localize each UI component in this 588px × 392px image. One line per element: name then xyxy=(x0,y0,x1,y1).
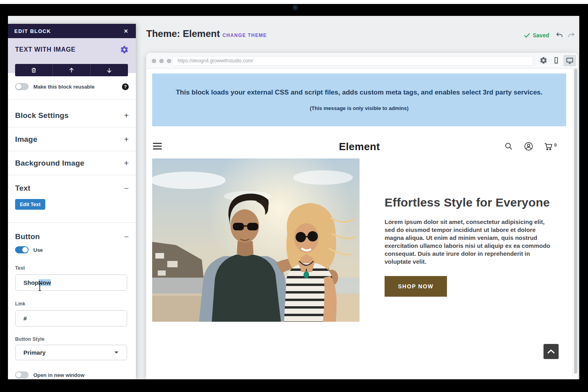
section-button[interactable]: Button − xyxy=(8,228,136,245)
ibeam-cursor xyxy=(37,283,42,292)
plus-icon: + xyxy=(124,111,129,120)
window-dots xyxy=(152,59,171,63)
admin-notice-banner: This block loads your external CSS and s… xyxy=(152,73,566,126)
section-label: Block Settings xyxy=(15,111,69,120)
button-text-value: Shop xyxy=(23,279,39,286)
desktop-icon xyxy=(566,57,574,65)
button-link-input[interactable] xyxy=(15,310,127,326)
site-header: Element 0 xyxy=(146,135,573,158)
minus-icon: − xyxy=(124,184,129,193)
desktop-view-button[interactable] xyxy=(563,55,576,66)
video-frame-top-strip xyxy=(0,0,588,4)
url-bar[interactable]: https://design4.growwithstudio.com/ xyxy=(172,56,533,66)
divider xyxy=(8,222,136,223)
delete-block-button[interactable] xyxy=(15,64,52,76)
reusable-toggle[interactable] xyxy=(15,83,29,90)
divider xyxy=(8,99,136,100)
saved-indicator: Saved xyxy=(524,32,549,39)
block-type-label: TEXT WITH IMAGE xyxy=(15,46,75,53)
undo-icon[interactable] xyxy=(555,31,563,39)
section-block-settings[interactable]: Block Settings + xyxy=(8,104,136,127)
section-label: Background Image xyxy=(15,159,84,168)
button-style-label: Button Style xyxy=(15,336,44,342)
hero-paragraph: Lorem ipsum dolor sit amet, consectetur … xyxy=(385,218,551,266)
section-text[interactable]: Text − xyxy=(8,180,136,197)
edit-block-panel: EDIT BLOCK ✕ TEXT WITH IMAGE Make this b… xyxy=(8,24,136,379)
open-new-window-toggle[interactable] xyxy=(15,371,29,378)
gear-icon[interactable] xyxy=(120,45,129,54)
hero-heading: Effortless Style for Everyone xyxy=(385,196,551,209)
arrow-down-icon xyxy=(106,67,112,73)
divider xyxy=(8,151,136,151)
use-button-row: Use xyxy=(15,246,43,253)
saved-label: Saved xyxy=(533,32,549,39)
scroll-to-top-button[interactable] xyxy=(544,344,559,359)
admin-notice-line2: (This message is only visible to admins) xyxy=(152,105,566,111)
change-theme-link[interactable]: CHANGE THEME xyxy=(222,33,267,38)
arrow-up-icon xyxy=(68,67,75,73)
browser-chrome-bar: https://design4.growwithstudio.com/ xyxy=(146,53,578,69)
button-style-select[interactable]: Primary xyxy=(15,345,127,360)
divider xyxy=(8,127,136,127)
section-image[interactable]: Image + xyxy=(8,128,136,151)
cart-count: 0 xyxy=(554,143,557,147)
minus-icon: − xyxy=(124,232,129,241)
plus-icon: + xyxy=(124,159,129,168)
button-style-value: Primary xyxy=(23,349,46,356)
scrollbar-thumb[interactable] xyxy=(574,69,577,374)
use-toggle[interactable] xyxy=(15,246,29,253)
hero-text-column: Effortless Style for Everyone Lorem ipsu… xyxy=(385,196,551,297)
preview-settings-gear-icon[interactable] xyxy=(540,56,548,65)
move-block-down-button[interactable] xyxy=(90,64,128,76)
help-icon[interactable]: ? xyxy=(122,83,129,90)
shop-now-button[interactable]: SHOP NOW xyxy=(385,276,447,297)
plus-icon: + xyxy=(124,135,129,144)
trash-icon xyxy=(31,67,37,73)
cart-icon xyxy=(544,142,553,151)
section-label: Text xyxy=(15,184,30,193)
redo-icon[interactable] xyxy=(567,31,575,39)
use-label: Use xyxy=(33,247,43,253)
theme-title: Theme: Element xyxy=(146,28,220,39)
mobile-view-icon[interactable] xyxy=(552,56,561,65)
site-header-icons: 0 xyxy=(504,141,557,151)
preview-scrollbar[interactable] xyxy=(573,69,578,379)
button-text-input[interactable]: Shop Now xyxy=(15,274,127,291)
move-block-up-button[interactable] xyxy=(52,64,90,76)
section-label: Button xyxy=(15,232,40,241)
hero-image xyxy=(152,158,360,322)
link-input-value[interactable] xyxy=(23,315,119,322)
edit-block-title: EDIT BLOCK xyxy=(14,28,51,34)
link-field-label: Link xyxy=(15,301,25,307)
block-toolbar xyxy=(15,64,128,76)
open-new-window-label: Open in new window xyxy=(33,372,85,378)
site-preview-window: https://design4.growwithstudio.com/ This… xyxy=(146,53,578,379)
divider xyxy=(8,175,136,175)
check-icon xyxy=(524,32,530,39)
webcam-dot xyxy=(292,4,298,11)
text-field-label: Text xyxy=(15,265,25,271)
reusable-label: Make this block reusable xyxy=(33,84,95,90)
close-icon[interactable]: ✕ xyxy=(122,27,130,35)
chevron-up-icon xyxy=(547,349,555,354)
account-icon[interactable] xyxy=(524,141,534,151)
section-background-image[interactable]: Background Image + xyxy=(8,152,136,175)
section-label: Image xyxy=(15,135,37,144)
open-new-window-row: Open in new window xyxy=(15,371,85,378)
reusable-row: Make this block reusable ? xyxy=(15,82,129,91)
search-icon[interactable] xyxy=(504,141,514,151)
edit-block-header: EDIT BLOCK ✕ xyxy=(8,24,136,38)
edit-text-button[interactable]: Edit Text xyxy=(15,199,45,210)
caret-down-icon xyxy=(114,351,119,354)
cart-button[interactable]: 0 xyxy=(544,142,557,151)
admin-notice-line1: This block loads your external CSS and s… xyxy=(152,89,566,97)
